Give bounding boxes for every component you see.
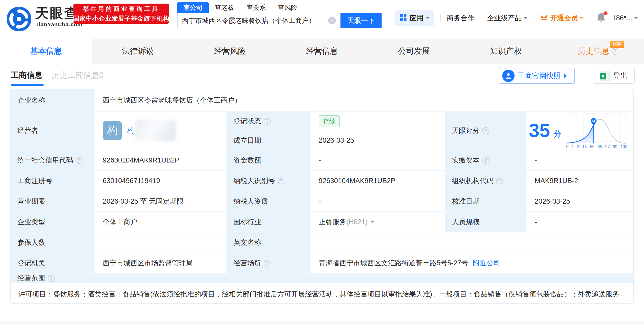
help-icon[interactable]: ? xyxy=(75,157,82,164)
score-number: 35 xyxy=(529,121,550,140)
premises-value: 青海省西宁市城西区文汇路街道普丰路5号5-27号 附近公司 xyxy=(311,253,633,273)
arrow-right-icon xyxy=(564,74,569,78)
notifications-bell-icon[interactable] xyxy=(596,12,606,24)
chevron-down-icon[interactable] xyxy=(370,221,374,225)
subtab-business-info[interactable]: 工商信息 xyxy=(11,70,43,81)
official-snapshot-button[interactable]: 工商官网快照 xyxy=(500,68,575,84)
help-icon[interactable]: ? xyxy=(264,260,271,267)
tab-company-development[interactable]: 公司发展 xyxy=(368,39,460,64)
nav-cooperation[interactable]: 商务合作 xyxy=(447,13,475,23)
tab-legal[interactable]: 法律诉讼 xyxy=(92,39,184,64)
company-name-value: 西宁市城西区令霞老味餐饮店（个体工商户） xyxy=(95,89,633,111)
top-nav: 应用 商务合作 企业级产品 开通会员 xyxy=(395,9,638,27)
insured-label: 参保人数 xyxy=(11,232,95,252)
operator-name-link[interactable]: 杓 xyxy=(127,126,134,135)
company-tabs: 基本信息 法律诉讼 经营风险 经营信息 公司发展 知识产权 VIP 历史信息 ? xyxy=(0,39,644,64)
industry-code: (H621) xyxy=(346,218,368,226)
reg-status-value: 存续 xyxy=(311,112,445,131)
credit-code-label: 统一社会信用代码? xyxy=(11,150,95,170)
search-button[interactable]: 天眼一下 xyxy=(340,13,382,28)
history-subtab-label: 历史工商信息 xyxy=(51,71,99,80)
business-scope-label: 经营范围? xyxy=(11,274,633,283)
enterprise-products-label: 企业级产品 xyxy=(487,13,522,23)
operator-value: 杓 杓 xyxy=(95,112,227,150)
taxpayer-id-value: 92630104MAK9R1UB2P xyxy=(311,171,445,191)
nav-enterprise-products[interactable]: 企业级产品 xyxy=(487,13,527,23)
tab-intellectual-property[interactable]: 知识产权 xyxy=(460,39,552,64)
history-subtab-count: 0 xyxy=(99,71,103,80)
staff-size-label: 人员规模 xyxy=(445,212,527,232)
business-scope-value: 许可项目：餐饮服务；酒类经营；食品销售(依法须经批准的项目，经相关部门批准后方可… xyxy=(11,283,633,304)
table-row: 工商注册号 630104967119419 纳税人识别号? 92630104MA… xyxy=(11,170,633,191)
clear-search-icon[interactable]: ✕ xyxy=(328,17,336,24)
promo-banner: 都在用的商业查询工具 国家中小企业发展子基金旗下机构 xyxy=(73,4,169,24)
section-header: 工商信息 历史工商信息0 工商官网快照 X 导出 xyxy=(0,64,644,89)
nearby-companies-link[interactable]: 附近公司 xyxy=(473,258,500,268)
divider xyxy=(440,14,441,22)
open-vip-label: 开通会员 xyxy=(550,13,578,23)
business-info-table: 企业名称 西宁市城西区令霞老味餐饮店（个体工商户） 经营者 杓 杓 登记状态? … xyxy=(10,89,634,304)
org-code-value: MAK9R1UB-2 xyxy=(527,171,631,191)
help-icon[interactable]: ? xyxy=(48,275,55,282)
logo[interactable]: 天眼查 TianYanCha.com xyxy=(6,6,82,33)
industry-value[interactable]: 正餐服务 (H621) xyxy=(311,212,445,232)
tab-basic-info[interactable]: 基本信息 xyxy=(0,39,92,64)
reg-status-label: 登记状态? xyxy=(227,112,311,131)
taxpayer-quality-value: - xyxy=(311,191,445,211)
premises-label: 经营场所? xyxy=(227,253,311,273)
help-icon[interactable]: ? xyxy=(482,157,489,164)
chevron-down-icon xyxy=(426,17,430,21)
paid-capital-label: 实缴资本? xyxy=(445,150,527,170)
snapshot-label: 工商官网快照 xyxy=(518,71,561,81)
excel-icon: X xyxy=(601,71,610,81)
help-icon[interactable]: ? xyxy=(496,177,503,184)
score-label: 天眼评分? xyxy=(445,112,527,150)
search-tab-company[interactable]: 查公司 xyxy=(177,2,209,13)
apps-menu-button[interactable]: 应用 xyxy=(395,10,434,26)
history-info-label: 历史信息 xyxy=(577,46,609,57)
search-tabs: 查公司 查老板 查关系 查风险 xyxy=(177,2,382,13)
export-button[interactable]: X 导出 xyxy=(594,68,635,84)
apps-grid-icon xyxy=(399,14,407,22)
apps-label: 应用 xyxy=(410,13,423,23)
reg-number-label: 工商注册号 xyxy=(11,171,95,191)
subtab-history-business-info[interactable]: 历史工商信息0 xyxy=(51,70,103,81)
approval-date-value: 2026-03-25 xyxy=(527,191,631,211)
english-name-label: 英文名称 xyxy=(227,232,311,252)
tianyancha-company-page: 天眼查 TianYanCha.com 都在用的商业查询工具 国家中小企业发展子基… xyxy=(0,0,644,325)
table-row: 营业期限 2026-03-25 至 无固定期限 纳税人资质 - 核准日期 202… xyxy=(11,191,633,211)
score-unit: 分 xyxy=(554,129,561,139)
industry-name: 正餐服务 xyxy=(319,217,346,227)
table-row: 企业名称 西宁市城西区令霞老味餐饮店（个体工商户） xyxy=(11,89,633,111)
help-icon[interactable]: ? xyxy=(264,118,271,125)
chevron-down-icon xyxy=(580,17,584,21)
insured-value: - xyxy=(95,232,227,252)
business-term-label: 营业期限 xyxy=(11,191,95,211)
operator-avatar[interactable]: 杓 xyxy=(103,121,122,140)
score-value: 35 分 xyxy=(527,112,631,150)
business-term-value: 2026-03-25 至 无固定期限 xyxy=(95,191,227,211)
tab-operating-risk[interactable]: 经营风险 xyxy=(184,39,276,64)
user-account[interactable]: 186*... xyxy=(612,14,638,22)
taxpayer-quality-label: 纳税人资质 xyxy=(227,191,311,211)
capital-label: 资金数额 xyxy=(227,150,311,170)
help-icon[interactable]: ? xyxy=(482,127,489,134)
search-tab-risk[interactable]: 查风险 xyxy=(272,2,304,13)
active-subtab-underline xyxy=(11,84,44,86)
search-input[interactable]: 西宁市城西区令霞老味餐饮店（个体工商户） ✕ xyxy=(177,13,340,28)
reg-number-value: 630104967119419 xyxy=(95,171,227,191)
stamp-icon xyxy=(502,70,515,82)
search-tab-boss[interactable]: 查老板 xyxy=(209,2,240,13)
tab-operating-info[interactable]: 经营信息 xyxy=(276,39,368,64)
status-subtable: 登记状态? 存续 成立日期 2026-03-25 xyxy=(227,112,445,150)
tab-history-info[interactable]: VIP 历史信息 ? xyxy=(552,39,644,64)
table-row: 经营者 杓 杓 登记状态? 存续 成立日期 xyxy=(11,111,633,150)
page-bottom-strip xyxy=(0,321,644,325)
establish-date-label: 成立日期 xyxy=(227,131,311,150)
table-row: 企业类型 个体工商户 国标行业 正餐服务 (H621) 人员规模 - xyxy=(11,211,633,232)
chevron-down-icon xyxy=(634,17,638,21)
help-icon[interactable]: ? xyxy=(278,177,285,184)
search-tab-relation[interactable]: 查关系 xyxy=(240,2,272,13)
nav-open-vip[interactable]: 开通会员 xyxy=(540,13,584,23)
vip-badge: VIP xyxy=(610,41,624,48)
